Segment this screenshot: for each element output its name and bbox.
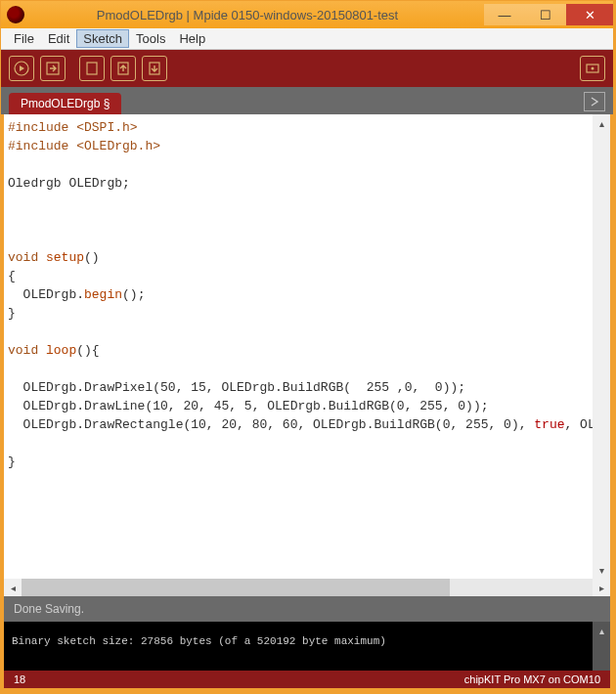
titlebar[interactable]: PmodOLEDrgb | Mpide 0150-windows-2015080… [1,1,613,28]
app-window: PmodOLEDrgb | Mpide 0150-windows-2015080… [0,0,614,692]
menu-tools[interactable]: Tools [129,29,172,48]
menu-edit[interactable]: Edit [41,29,76,48]
menu-sketch[interactable]: Sketch [76,29,129,48]
play-icon [14,61,29,76]
arrow-right-icon [45,61,61,76]
console-scrollbar[interactable]: ▴ [593,622,610,671]
app-icon [7,6,24,23]
scroll-down-icon[interactable]: ▾ [593,561,610,579]
verify-button[interactable] [9,56,34,81]
scrollbar-track[interactable] [22,579,593,596]
console-text: Binary sketch size: 27856 bytes (of a 52… [12,635,386,647]
status-bar: Done Saving. [1,596,613,622]
new-button[interactable] [79,56,105,81]
arrow-up-icon [115,61,131,76]
console-output[interactable]: Binary sketch size: 27856 bytes (of a 52… [4,622,593,671]
scrollbar-thumb[interactable] [22,579,450,596]
tab-menu-button[interactable] [584,92,605,111]
minimize-button[interactable]: — [484,4,525,25]
svg-rect-2 [87,63,97,74]
save-button[interactable] [142,56,167,81]
maximize-button[interactable]: ☐ [525,4,566,25]
scroll-up-icon[interactable]: ▴ [593,114,610,132]
svg-point-6 [592,67,594,70]
new-file-icon [84,61,100,76]
line-number: 18 [14,673,25,685]
menubar: File Edit Sketch Tools Help [1,28,613,50]
menu-help[interactable]: Help [172,29,212,48]
window-buttons: — ☐ ✕ [484,4,613,25]
code-editor[interactable]: #include <DSPI.h>#include <OLEDrgb.h> Ol… [4,114,593,579]
vertical-scrollbar[interactable]: ▴ ▾ [593,114,610,579]
editor-area: #include <DSPI.h>#include <OLEDrgb.h> Ol… [1,114,613,579]
console-scroll-up-icon[interactable]: ▴ [593,622,610,639]
scroll-left-icon[interactable]: ◂ [4,579,22,596]
open-button[interactable] [110,56,136,81]
arrow-down-icon [147,61,162,76]
footer: 18 chipKIT Pro MX7 on COM10 [1,671,613,691]
serial-monitor-button[interactable] [580,56,605,81]
upload-button[interactable] [40,56,66,81]
status-message: Done Saving. [14,602,84,616]
board-info: chipKIT Pro MX7 on COM10 [464,673,600,685]
scroll-right-icon[interactable]: ▸ [593,579,610,596]
arrow-right-small-icon [589,96,600,108]
console-area: Binary sketch size: 27856 bytes (of a 52… [1,622,613,671]
horizontal-scrollbar[interactable]: ◂ ▸ [1,579,613,596]
serial-icon [585,61,600,76]
toolbar [1,50,613,87]
tab-sketch[interactable]: PmodOLEDrgb § [9,93,121,114]
window-title: PmodOLEDrgb | Mpide 0150-windows-2015080… [30,8,484,22]
menu-file[interactable]: File [7,29,41,48]
close-button[interactable]: ✕ [566,4,613,25]
tabbar: PmodOLEDrgb § [1,87,613,114]
